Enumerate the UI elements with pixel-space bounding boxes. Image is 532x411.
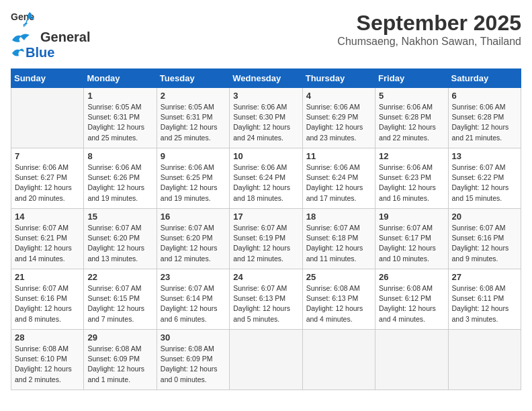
day-info: Sunrise: 6:07 AMSunset: 6:20 PMDaylight:… — [161, 223, 226, 264]
day-info-line: Sunset: 6:28 PM — [379, 113, 431, 121]
weekday-header-tuesday: Tuesday — [157, 69, 229, 88]
calendar-cell: 25Sunrise: 6:08 AMSunset: 6:13 PMDayligh… — [302, 269, 375, 330]
day-info-line: Daylight: 12 hours — [15, 365, 72, 373]
day-info-line: Daylight: 12 hours — [87, 365, 144, 373]
day-number: 9 — [161, 151, 226, 161]
day-info: Sunrise: 6:06 AMSunset: 6:24 PMDaylight:… — [306, 163, 371, 203]
day-number: 4 — [306, 91, 371, 101]
day-info-line: Sunset: 6:13 PM — [233, 294, 285, 302]
calendar-cell: 29Sunrise: 6:08 AMSunset: 6:09 PMDayligh… — [84, 330, 157, 390]
day-number: 6 — [452, 91, 517, 101]
calendar-cell: 1Sunrise: 6:05 AMSunset: 6:31 PMDaylight… — [84, 88, 157, 148]
day-info-line: and 6 minutes. — [161, 315, 207, 323]
day-info: Sunrise: 6:08 AMSunset: 6:10 PMDaylight:… — [15, 344, 80, 385]
day-info-line: Sunrise: 6:08 AM — [306, 284, 360, 292]
day-info-line: Sunrise: 6:07 AM — [452, 224, 506, 232]
weekday-header-saturday: Saturday — [448, 69, 521, 88]
day-info-line: Daylight: 12 hours — [87, 244, 144, 252]
day-info: Sunrise: 6:08 AMSunset: 6:09 PMDaylight:… — [161, 344, 226, 385]
calendar-cell — [448, 330, 521, 390]
day-info-line: Sunset: 6:24 PM — [233, 173, 285, 181]
calendar-cell: 11Sunrise: 6:06 AMSunset: 6:24 PMDayligh… — [302, 148, 375, 209]
calendar-cell — [375, 330, 448, 390]
day-info-line: Sunrise: 6:08 AM — [15, 345, 69, 353]
day-number: 7 — [15, 151, 80, 161]
day-info-line: and 7 minutes. — [87, 315, 134, 323]
day-info-line: Daylight: 12 hours — [161, 123, 218, 131]
day-number: 25 — [306, 272, 371, 282]
calendar-cell: 22Sunrise: 6:07 AMSunset: 6:15 PMDayligh… — [84, 269, 157, 330]
calendar-cell: 17Sunrise: 6:07 AMSunset: 6:19 PMDayligh… — [230, 209, 302, 269]
day-info: Sunrise: 6:06 AMSunset: 6:23 PMDaylight:… — [379, 163, 444, 203]
day-info-line: Daylight: 12 hours — [379, 123, 436, 131]
day-info-line: Sunset: 6:14 PM — [161, 294, 213, 302]
day-info-line: Sunset: 6:19 PM — [233, 234, 285, 242]
day-info-line: Sunset: 6:20 PM — [87, 234, 140, 242]
day-info: Sunrise: 6:08 AMSunset: 6:13 PMDaylight:… — [306, 283, 371, 324]
day-info-line: Sunrise: 6:06 AM — [15, 163, 69, 171]
weekday-header-sunday: Sunday — [11, 69, 84, 88]
page-title: September 2025 — [337, 11, 521, 36]
day-info-line: and 10 minutes. — [379, 255, 429, 263]
day-info-line: Sunrise: 6:06 AM — [161, 163, 214, 171]
day-info-line: Daylight: 12 hours — [379, 304, 436, 312]
day-number: 10 — [233, 151, 298, 161]
day-info-line: Daylight: 12 hours — [161, 244, 218, 252]
day-info-line: Sunset: 6:25 PM — [161, 173, 213, 181]
day-info-line: Sunrise: 6:06 AM — [87, 163, 141, 171]
day-number: 13 — [452, 151, 517, 161]
day-number: 21 — [15, 272, 80, 282]
day-info-line: and 11 minutes. — [306, 255, 357, 263]
day-info-line: Sunset: 6:31 PM — [87, 113, 140, 121]
day-info-line: Sunset: 6:17 PM — [379, 234, 431, 242]
day-number: 30 — [161, 332, 226, 342]
day-info-line: and 22 minutes. — [379, 134, 429, 142]
day-info-line: and 24 minutes. — [233, 134, 283, 142]
day-info: Sunrise: 6:07 AMSunset: 6:16 PMDaylight:… — [15, 283, 80, 324]
day-info-line: Sunset: 6:20 PM — [161, 234, 213, 242]
logo-bird-icon — [11, 31, 39, 44]
day-info-line: Sunrise: 6:06 AM — [306, 103, 360, 111]
calendar-cell: 6Sunrise: 6:06 AMSunset: 6:28 PMDaylight… — [448, 88, 521, 148]
calendar-cell — [230, 330, 302, 390]
day-info: Sunrise: 6:06 AMSunset: 6:28 PMDaylight:… — [379, 102, 444, 143]
weekday-header-thursday: Thursday — [302, 69, 375, 88]
day-info-line: Daylight: 12 hours — [233, 183, 290, 191]
day-info-line: and 4 minutes. — [306, 315, 353, 323]
calendar-cell: 4Sunrise: 6:06 AMSunset: 6:29 PMDaylight… — [302, 88, 375, 148]
day-info-line: and 3 minutes. — [452, 315, 498, 323]
day-info-line: Sunset: 6:22 PM — [452, 173, 504, 181]
day-info-line: and 21 minutes. — [452, 134, 502, 142]
day-info-line: Daylight: 12 hours — [87, 304, 144, 312]
day-number: 18 — [306, 212, 371, 222]
day-info-line: Sunset: 6:09 PM — [87, 355, 140, 363]
day-info-line: and 19 minutes. — [87, 194, 138, 202]
page-subtitle: Chumsaeng, Nakhon Sawan, Thailand — [337, 36, 521, 48]
day-number: 22 — [87, 272, 152, 282]
day-info-line: Daylight: 12 hours — [161, 183, 218, 191]
day-number: 24 — [233, 272, 298, 282]
day-info-line: Sunrise: 6:06 AM — [306, 163, 360, 171]
day-info-line: Daylight: 12 hours — [15, 304, 72, 312]
day-info: Sunrise: 6:06 AMSunset: 6:24 PMDaylight:… — [233, 163, 298, 203]
day-info-line: Daylight: 12 hours — [161, 365, 218, 373]
day-info-line: and 15 minutes. — [452, 194, 502, 202]
day-info-line: Daylight: 12 hours — [87, 123, 144, 131]
day-info-line: and 12 minutes. — [161, 255, 211, 263]
weekday-header-friday: Friday — [375, 69, 448, 88]
day-info-line: Sunrise: 6:06 AM — [379, 103, 433, 111]
day-info-line: Sunset: 6:16 PM — [15, 294, 67, 302]
day-info-line: Sunset: 6:27 PM — [15, 173, 67, 181]
day-info: Sunrise: 6:07 AMSunset: 6:17 PMDaylight:… — [379, 223, 444, 264]
calendar-cell: 3Sunrise: 6:06 AMSunset: 6:30 PMDaylight… — [230, 88, 302, 148]
calendar-week-2: 7Sunrise: 6:06 AMSunset: 6:27 PMDaylight… — [11, 148, 521, 209]
day-number: 12 — [379, 151, 444, 161]
day-info-line: Sunrise: 6:07 AM — [15, 224, 69, 232]
day-info-line: Sunset: 6:11 PM — [452, 294, 504, 302]
day-info: Sunrise: 6:07 AMSunset: 6:20 PMDaylight:… — [87, 223, 152, 264]
day-info-line: Daylight: 12 hours — [161, 304, 218, 312]
day-info-line: Sunset: 6:21 PM — [15, 234, 67, 242]
day-info: Sunrise: 6:08 AMSunset: 6:11 PMDaylight:… — [452, 283, 517, 324]
day-info-line: Daylight: 12 hours — [233, 244, 290, 252]
calendar-cell: 13Sunrise: 6:07 AMSunset: 6:22 PMDayligh… — [448, 148, 521, 209]
